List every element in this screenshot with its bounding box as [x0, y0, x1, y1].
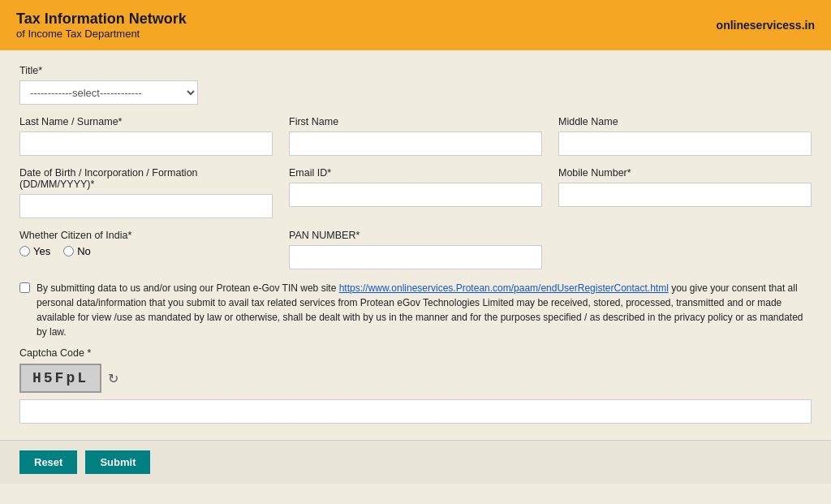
logo: Tax Information Network of Income Tax De… [16, 11, 187, 40]
email-input[interactable] [289, 183, 542, 207]
last-name-label: Last Name / Surname* [19, 116, 273, 127]
dob-group: Date of Birth / Incorporation / Formatio… [19, 167, 273, 218]
consent-checkbox[interactable] [19, 282, 30, 293]
title-group: Title* ------------select------------ Mr… [19, 65, 812, 105]
header-title-line2: of Income Tax Department [16, 28, 187, 40]
title-label: Title* [19, 65, 812, 76]
refresh-icon[interactable]: ↻ [108, 371, 118, 386]
title-select[interactable]: ------------select------------ Mr Mrs Ms… [19, 80, 198, 105]
captcha-image: H5FpL [19, 364, 101, 393]
header-url: onlineservicess.in [717, 19, 815, 32]
footer-bar: Reset Submit [0, 440, 831, 484]
middle-name-group: Middle Name [558, 116, 812, 156]
pan-label: PAN NUMBER* [289, 230, 542, 241]
empty-col [558, 230, 812, 269]
captcha-label: Captcha Code * [19, 347, 812, 359]
mobile-group: Mobile Number* [558, 167, 812, 218]
dob-email-mobile-row: Date of Birth / Incorporation / Formatio… [19, 167, 812, 218]
header: Tax Information Network of Income Tax De… [0, 0, 831, 50]
no-radio-label[interactable]: No [63, 245, 91, 257]
citizen-group: Whether Citizen of India* Yes No [19, 230, 273, 269]
no-radio[interactable] [63, 246, 74, 256]
dob-input[interactable] [19, 194, 273, 218]
captcha-input[interactable] [19, 399, 812, 424]
submit-button[interactable]: Submit [85, 450, 150, 474]
captcha-image-row: H5FpL ↻ [19, 364, 812, 393]
yes-radio[interactable] [19, 246, 30, 256]
yes-radio-label[interactable]: Yes [19, 245, 50, 257]
first-name-label: First Name [289, 116, 542, 127]
header-title-line1: Tax Information Network [16, 11, 187, 28]
pan-input[interactable] [289, 245, 542, 269]
citizen-pan-row: Whether Citizen of India* Yes No PAN NUM… [19, 230, 812, 269]
consent-link[interactable]: https://www.onlineservices.Protean.com/p… [339, 282, 669, 294]
form-area: Title* ------------select------------ Mr… [0, 50, 831, 440]
citizen-label: Whether Citizen of India* [19, 230, 273, 241]
citizen-radio-group: Yes No [19, 245, 273, 257]
first-name-group: First Name [289, 116, 542, 156]
last-name-input[interactable] [19, 131, 273, 156]
consent-section: By submitting data to us and/or using ou… [19, 281, 812, 339]
middle-name-label: Middle Name [558, 116, 812, 127]
last-name-group: Last Name / Surname* [19, 116, 273, 156]
captcha-section: Captcha Code * H5FpL ↻ [19, 347, 812, 424]
name-row: Last Name / Surname* First Name Middle N… [19, 116, 812, 156]
mobile-label: Mobile Number* [558, 167, 812, 179]
first-name-input[interactable] [289, 131, 542, 156]
email-group: Email ID* [289, 167, 542, 218]
middle-name-input[interactable] [558, 131, 812, 156]
consent-text: By submitting data to us and/or using ou… [37, 281, 812, 339]
yes-label: Yes [33, 245, 50, 257]
no-label: No [77, 245, 91, 257]
pan-group: PAN NUMBER* [289, 230, 542, 269]
reset-button[interactable]: Reset [19, 450, 77, 474]
dob-label: Date of Birth / Incorporation / Formatio… [19, 167, 273, 190]
email-label: Email ID* [289, 167, 542, 179]
mobile-input[interactable] [558, 183, 812, 207]
